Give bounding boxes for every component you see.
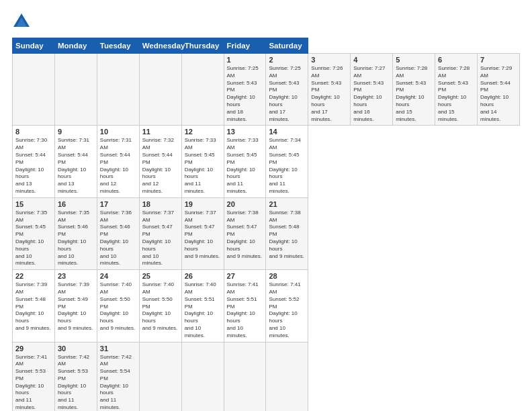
calendar-cell: 21Sunrise: 7:38 AMSunset: 5:48 PMDayligh… — [266, 197, 308, 269]
day-info: Sunrise: 7:37 AMSunset: 5:47 PMDaylight:… — [185, 210, 221, 261]
day-number: 8 — [15, 128, 52, 136]
calendar-cell: 30Sunrise: 7:42 AMSunset: 5:53 PMDayligh… — [54, 342, 97, 411]
calendar-cell: 29Sunrise: 7:41 AMSunset: 5:53 PMDayligh… — [13, 342, 55, 411]
day-info: Sunrise: 7:40 AMSunset: 5:51 PMDaylight:… — [185, 281, 221, 339]
calendar-week-4: 22Sunrise: 7:39 AMSunset: 5:48 PMDayligh… — [13, 270, 520, 342]
calendar-cell — [139, 54, 181, 126]
day-info: Sunrise: 7:35 AMSunset: 5:46 PMDaylight:… — [58, 210, 94, 267]
day-number: 13 — [227, 128, 263, 136]
day-number: 4 — [353, 56, 390, 64]
day-number: 2 — [269, 56, 305, 64]
day-info: Sunrise: 7:32 AMSunset: 5:44 PMDaylight:… — [142, 137, 179, 195]
day-info: Sunrise: 7:30 AMSunset: 5:44 PMDaylight:… — [15, 137, 52, 195]
day-number: 9 — [58, 128, 94, 136]
day-number: 10 — [100, 128, 136, 136]
calendar-cell: 3Sunrise: 7:26 AMSunset: 5:43 PMDaylight… — [308, 54, 351, 126]
calendar-cell: 7Sunrise: 7:29 AMSunset: 5:44 PMDaylight… — [477, 54, 519, 126]
day-number: 14 — [269, 128, 305, 136]
calendar-header-wednesday: Wednesday — [139, 38, 181, 54]
day-info: Sunrise: 7:35 AMSunset: 5:45 PMDaylight:… — [15, 210, 52, 267]
day-info: Sunrise: 7:31 AMSunset: 5:44 PMDaylight:… — [58, 137, 94, 195]
logo-icon — [12, 12, 31, 31]
day-info: Sunrise: 7:25 AMSunset: 5:43 PMDaylight:… — [227, 65, 263, 123]
page: SundayMondayTuesdayWednesdayThursdayFrid… — [0, 0, 532, 411]
calendar-cell: 4Sunrise: 7:27 AMSunset: 5:43 PMDaylight… — [351, 54, 393, 126]
calendar-cell: 2Sunrise: 7:25 AMSunset: 5:43 PMDaylight… — [266, 54, 308, 126]
day-info: Sunrise: 7:36 AMSunset: 5:46 PMDaylight:… — [100, 210, 136, 267]
calendar-cell: 31Sunrise: 7:42 AMSunset: 5:54 PMDayligh… — [97, 342, 139, 411]
day-info: Sunrise: 7:33 AMSunset: 5:45 PMDaylight:… — [185, 137, 221, 195]
calendar-cell: 10Sunrise: 7:31 AMSunset: 5:44 PMDayligh… — [97, 126, 139, 197]
calendar-cell — [224, 342, 266, 411]
calendar-header-friday: Friday — [224, 38, 266, 54]
day-number: 5 — [396, 56, 432, 64]
day-number: 3 — [311, 56, 347, 64]
day-number: 17 — [100, 200, 136, 208]
day-info: Sunrise: 7:42 AMSunset: 5:54 PMDaylight:… — [100, 354, 136, 412]
calendar-week-3: 15Sunrise: 7:35 AMSunset: 5:45 PMDayligh… — [13, 197, 520, 269]
day-number: 6 — [438, 56, 474, 64]
calendar-table: SundayMondayTuesdayWednesdayThursdayFrid… — [12, 38, 520, 411]
day-info: Sunrise: 7:27 AMSunset: 5:43 PMDaylight:… — [353, 65, 390, 123]
calendar-week-1: 1Sunrise: 7:25 AMSunset: 5:43 PMDaylight… — [13, 54, 520, 126]
day-info: Sunrise: 7:41 AMSunset: 5:53 PMDaylight:… — [15, 354, 52, 412]
calendar-cell: 9Sunrise: 7:31 AMSunset: 5:44 PMDaylight… — [54, 126, 97, 197]
calendar-cell: 12Sunrise: 7:33 AMSunset: 5:45 PMDayligh… — [181, 126, 224, 197]
day-info: Sunrise: 7:26 AMSunset: 5:43 PMDaylight:… — [311, 65, 347, 123]
day-info: Sunrise: 7:31 AMSunset: 5:44 PMDaylight:… — [100, 137, 136, 195]
calendar-header-sunday: Sunday — [13, 38, 55, 54]
day-info: Sunrise: 7:40 AMSunset: 5:50 PMDaylight:… — [142, 281, 179, 332]
calendar-cell: 14Sunrise: 7:34 AMSunset: 5:45 PMDayligh… — [266, 126, 308, 197]
day-number: 26 — [185, 272, 221, 280]
day-number: 7 — [480, 56, 517, 64]
calendar-cell: 8Sunrise: 7:30 AMSunset: 5:44 PMDaylight… — [13, 126, 55, 197]
day-number: 28 — [269, 272, 305, 280]
calendar-cell: 26Sunrise: 7:40 AMSunset: 5:51 PMDayligh… — [181, 270, 224, 342]
day-number: 30 — [58, 345, 94, 353]
calendar-header-row: SundayMondayTuesdayWednesdayThursdayFrid… — [13, 38, 520, 54]
calendar-cell: 19Sunrise: 7:37 AMSunset: 5:47 PMDayligh… — [181, 197, 224, 269]
day-number: 24 — [100, 272, 136, 280]
day-info: Sunrise: 7:41 AMSunset: 5:52 PMDaylight:… — [269, 281, 305, 339]
day-number: 1 — [227, 56, 263, 64]
calendar-cell: 6Sunrise: 7:28 AMSunset: 5:43 PMDaylight… — [435, 54, 478, 126]
calendar-header-thursday: Thursday — [181, 38, 224, 54]
calendar-week-2: 8Sunrise: 7:30 AMSunset: 5:44 PMDaylight… — [13, 126, 520, 197]
day-number: 23 — [58, 272, 94, 280]
calendar-cell: 17Sunrise: 7:36 AMSunset: 5:46 PMDayligh… — [97, 197, 139, 269]
day-info: Sunrise: 7:38 AMSunset: 5:47 PMDaylight:… — [227, 210, 263, 261]
calendar-cell: 25Sunrise: 7:40 AMSunset: 5:50 PMDayligh… — [139, 270, 181, 342]
day-info: Sunrise: 7:28 AMSunset: 5:43 PMDaylight:… — [438, 65, 474, 123]
calendar-cell: 23Sunrise: 7:39 AMSunset: 5:49 PMDayligh… — [54, 270, 97, 342]
logo — [12, 12, 34, 31]
calendar-cell: 15Sunrise: 7:35 AMSunset: 5:45 PMDayligh… — [13, 197, 55, 269]
day-number: 11 — [142, 128, 179, 136]
calendar-cell — [97, 54, 139, 126]
calendar-cell: 18Sunrise: 7:37 AMSunset: 5:47 PMDayligh… — [139, 197, 181, 269]
day-number: 15 — [15, 200, 52, 208]
day-info: Sunrise: 7:39 AMSunset: 5:48 PMDaylight:… — [15, 281, 52, 332]
day-number: 16 — [58, 200, 94, 208]
calendar-cell — [266, 342, 308, 411]
day-info: Sunrise: 7:40 AMSunset: 5:50 PMDaylight:… — [100, 281, 136, 332]
day-info: Sunrise: 7:41 AMSunset: 5:51 PMDaylight:… — [227, 281, 263, 339]
day-number: 25 — [142, 272, 179, 280]
calendar-cell: 22Sunrise: 7:39 AMSunset: 5:48 PMDayligh… — [13, 270, 55, 342]
day-info: Sunrise: 7:37 AMSunset: 5:47 PMDaylight:… — [142, 210, 179, 267]
calendar-cell — [54, 54, 97, 126]
calendar-week-5: 29Sunrise: 7:41 AMSunset: 5:53 PMDayligh… — [13, 342, 520, 411]
day-number: 18 — [142, 200, 179, 208]
day-number: 21 — [269, 200, 305, 208]
day-number: 31 — [100, 345, 136, 353]
header — [12, 12, 520, 31]
day-info: Sunrise: 7:42 AMSunset: 5:53 PMDaylight:… — [58, 354, 94, 412]
calendar-cell: 5Sunrise: 7:28 AMSunset: 5:43 PMDaylight… — [393, 54, 435, 126]
calendar-cell: 13Sunrise: 7:33 AMSunset: 5:45 PMDayligh… — [224, 126, 266, 197]
calendar-cell: 27Sunrise: 7:41 AMSunset: 5:51 PMDayligh… — [224, 270, 266, 342]
calendar-header-monday: Monday — [54, 38, 97, 54]
day-number: 20 — [227, 200, 263, 208]
calendar-cell: 16Sunrise: 7:35 AMSunset: 5:46 PMDayligh… — [54, 197, 97, 269]
calendar-cell — [181, 54, 224, 126]
day-info: Sunrise: 7:39 AMSunset: 5:49 PMDaylight:… — [58, 281, 94, 332]
calendar-cell: 28Sunrise: 7:41 AMSunset: 5:52 PMDayligh… — [266, 270, 308, 342]
